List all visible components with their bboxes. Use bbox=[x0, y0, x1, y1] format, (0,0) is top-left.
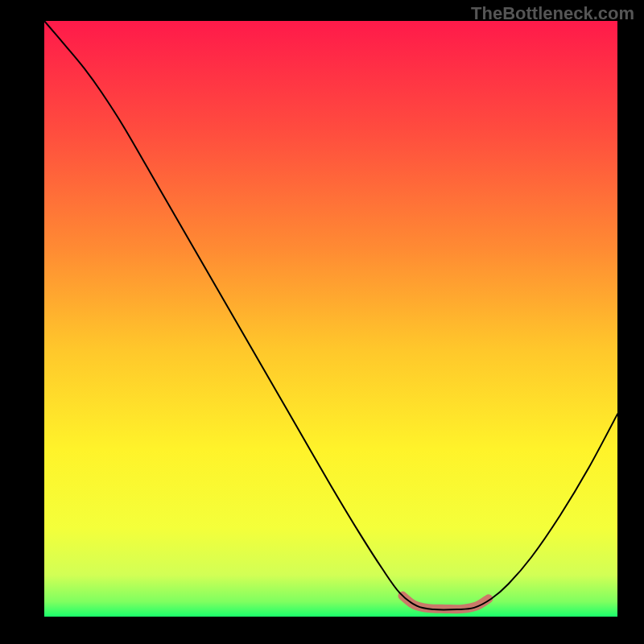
chart-container: TheBottleneck.com bbox=[0, 0, 644, 644]
plot-background bbox=[44, 21, 617, 617]
chart-svg bbox=[0, 0, 644, 644]
watermark-text: TheBottleneck.com bbox=[471, 3, 634, 24]
